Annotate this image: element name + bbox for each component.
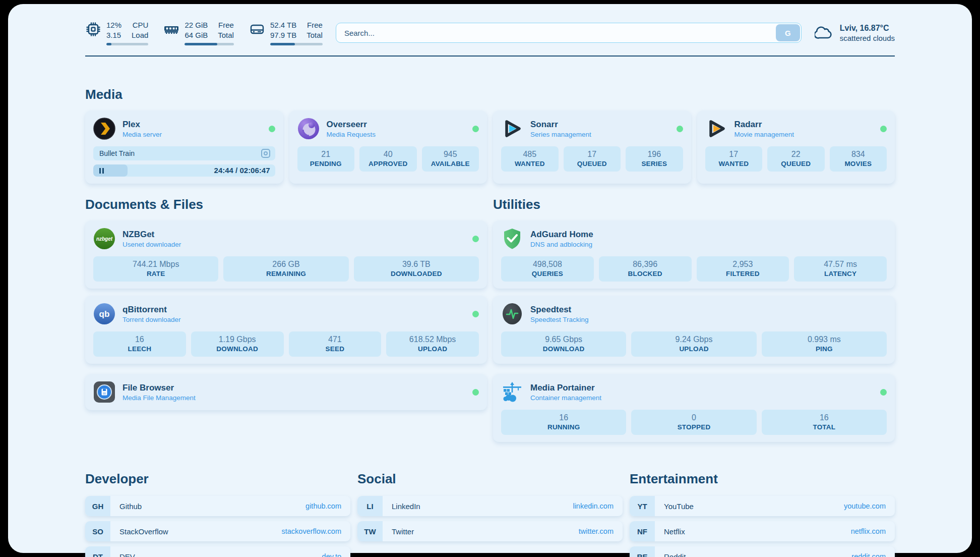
stat-available: 945 AVAILABLE: [422, 146, 479, 172]
disk-free-value: 52.4 TB: [270, 20, 296, 30]
app-card-overseerr[interactable]: Overseerr Media Requests 21 PENDING 40 A…: [289, 110, 487, 184]
link-row-dev[interactable]: DT DEV dev.to: [85, 546, 350, 557]
link-url[interactable]: netflix.com: [851, 527, 886, 535]
now-playing-title: Bullet Train: [99, 149, 135, 157]
weather-widget: Lviv, 16.87°C scattered clouds: [815, 24, 895, 42]
playback-time: 24:44 / 02:06:47: [214, 164, 270, 177]
app-card-speedtest[interactable]: Speedtest Speedtest Tracking 9.65 Gbps D…: [493, 296, 895, 364]
link-row-twitter[interactable]: TW Twitter twitter.com: [357, 521, 623, 541]
stat-seed: 471 SEED: [289, 331, 382, 357]
disk-total-value: 97.9 TB: [270, 30, 296, 40]
link-label: Netflix: [664, 527, 685, 536]
now-playing-icon[interactable]: [261, 149, 270, 158]
link-row-youtube[interactable]: YT YouTube youtube.com: [630, 496, 895, 516]
status-dot: [472, 236, 479, 242]
overseerr-icon: [297, 118, 320, 140]
link-url[interactable]: reddit.com: [851, 552, 886, 557]
stat-download: 1.19 Gbps DOWNLOAD: [191, 331, 284, 357]
section-title-documents: Documents & Files: [85, 197, 487, 212]
social-section: Social LI LinkedIn linkedin.com TW Twitt…: [357, 471, 623, 557]
link-label: YouTube: [664, 502, 694, 511]
ram-free-value: 22 GiB: [185, 20, 208, 30]
media-grid: Plex Media server Bullet Train 24:44 / 0…: [85, 110, 895, 184]
ram-icon: [163, 21, 179, 37]
stat-queued: 22 QUEUED: [767, 146, 825, 172]
header-divider: [85, 55, 895, 57]
link-row-reddit[interactable]: RE Reddit reddit.com: [630, 546, 895, 557]
app-subtitle: Usenet downloader: [122, 241, 181, 248]
app-card-portainer[interactable]: Media Portainer Container management 16 …: [493, 374, 895, 442]
app-name: Speedtest: [530, 304, 589, 315]
header-bar: 12% CPU 3.15 Load: [85, 4, 895, 45]
disk-progress-bar: [270, 43, 323, 45]
link-url[interactable]: youtube.com: [844, 502, 886, 510]
status-dot: [472, 126, 479, 132]
status-dot: [269, 126, 275, 132]
svg-text:qb: qb: [99, 309, 110, 319]
link-url[interactable]: github.com: [305, 502, 341, 510]
link-url[interactable]: stackoverflow.com: [282, 527, 341, 535]
ram-metric: 22 GiB Free 64 GiB Total: [163, 20, 234, 45]
stat-wanted: 485 WANTED: [501, 146, 559, 172]
section-title-entertainment: Entertainment: [630, 471, 895, 487]
app-card-filebrowser[interactable]: File Browser Media File Management: [85, 374, 487, 410]
app-name: Overseerr: [327, 119, 376, 130]
portainer-icon: [501, 381, 523, 403]
filebrowser-icon: [93, 381, 115, 403]
stat-upload: 9.24 Gbps UPLOAD: [631, 331, 756, 357]
link-row-github[interactable]: GH Github github.com: [85, 496, 350, 516]
link-url[interactable]: twitter.com: [579, 527, 614, 535]
developer-section: Developer GH Github github.com SO StackO…: [85, 471, 350, 557]
app-subtitle: Media Requests: [327, 131, 376, 138]
link-badge: SO: [85, 521, 110, 541]
link-label: Github: [119, 502, 142, 511]
link-badge: LI: [357, 496, 383, 516]
link-label: LinkedIn: [392, 502, 420, 511]
app-card-sonarr[interactable]: Sonarr Series management 485 WANTED 17 Q…: [493, 110, 691, 184]
link-url[interactable]: linkedin.com: [573, 502, 614, 510]
link-row-netflix[interactable]: NF Netflix netflix.com: [630, 521, 895, 541]
link-row-linkedin[interactable]: LI LinkedIn linkedin.com: [357, 496, 623, 516]
app-name: qBittorrent: [122, 304, 181, 315]
link-url[interactable]: dev.to: [322, 552, 341, 557]
app-subtitle: Movie management: [734, 131, 794, 138]
stat-rate: 744.21 Mbps RATE: [93, 256, 218, 282]
cpu-usage-value: 12%: [106, 20, 121, 30]
link-badge: GH: [85, 496, 110, 516]
stat-approved: 40 APPROVED: [359, 146, 417, 172]
link-label: Twitter: [392, 527, 414, 536]
section-title-utilities: Utilities: [493, 197, 895, 212]
status-dot: [677, 126, 683, 132]
app-subtitle: Speedtest Tracking: [530, 316, 589, 323]
app-subtitle: Series management: [530, 131, 591, 138]
link-label: Reddit: [664, 552, 686, 557]
app-card-adguard[interactable]: AdGuard Home DNS and adblocking 498,508 …: [493, 220, 895, 289]
app-name: Media Portainer: [530, 382, 601, 393]
stat-latency: 47.57 ms LATENCY: [794, 256, 887, 282]
entertainment-section: Entertainment YT YouTube youtube.com NF …: [630, 471, 895, 557]
stat-running: 16 RUNNING: [501, 410, 626, 435]
app-subtitle: Torrent downloader: [122, 316, 181, 323]
status-dot: [472, 389, 479, 396]
ram-free-label: Free: [218, 20, 234, 30]
app-card-nzbget[interactable]: nzbget NZBGet Usenet downloader 744.21 M…: [85, 220, 487, 289]
search-engine-button[interactable]: G: [776, 24, 800, 41]
app-subtitle: Media server: [122, 131, 162, 138]
app-name: File Browser: [122, 382, 196, 393]
app-card-radarr[interactable]: Radarr Movie management 17 WANTED 22 QUE…: [697, 110, 895, 184]
app-subtitle: Media File Management: [122, 394, 196, 402]
app-card-plex[interactable]: Plex Media server Bullet Train 24:44 / 0…: [85, 110, 283, 184]
qbittorrent-icon: qb: [93, 303, 115, 325]
cpu-load-value: 3.15: [106, 30, 121, 40]
link-row-stackoverflow[interactable]: SO StackOverflow stackoverflow.com: [85, 521, 350, 541]
stat-upload: 618.52 Mbps UPLOAD: [386, 331, 479, 357]
app-card-qbittorrent[interactable]: qb qBittorrent Torrent downloader 16 LEE…: [85, 296, 487, 364]
status-dot: [472, 311, 479, 317]
pause-icon: [99, 168, 104, 174]
stat-download: 9.65 Gbps DOWNLOAD: [501, 331, 626, 357]
status-dot: [880, 389, 887, 396]
cpu-metric: 12% CPU 3.15 Load: [85, 20, 148, 45]
stat-ping: 0.993 ms PING: [762, 331, 887, 357]
documents-column: Documents & Files nzbget NZBGet: [85, 197, 487, 442]
search-input[interactable]: [336, 23, 802, 43]
